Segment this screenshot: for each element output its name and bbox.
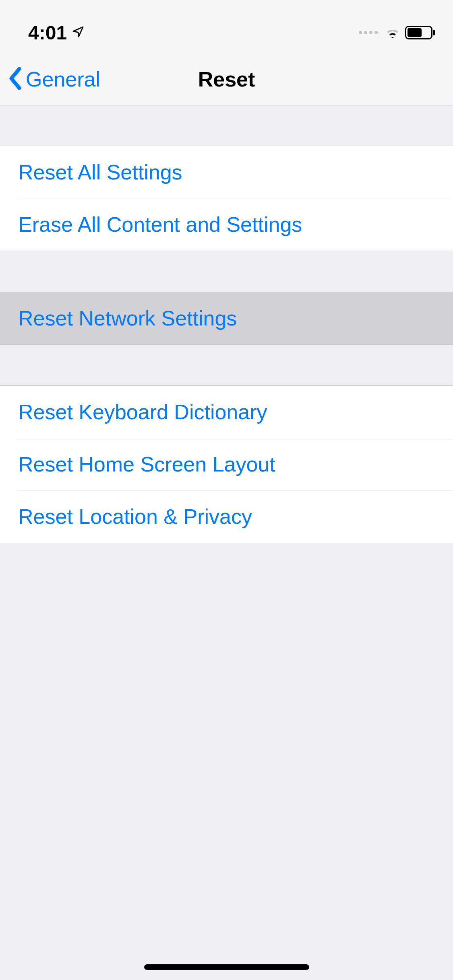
back-button[interactable]: General [0,66,100,92]
list-item-label: Reset Network Settings [18,306,237,330]
reset-home-screen-layout-button[interactable]: Reset Home Screen Layout [0,438,453,490]
reset-keyboard-dictionary-button[interactable]: Reset Keyboard Dictionary [0,386,453,438]
reset-group-1: Reset All Settings Erase All Content and… [0,146,453,251]
list-item-label: Reset Location & Privacy [18,504,252,529]
location-icon [71,25,85,40]
cellular-signal-icon [359,31,378,34]
reset-network-settings-button[interactable]: Reset Network Settings [0,292,453,344]
list-item-label: Reset All Settings [18,160,182,184]
reset-group-3: Reset Keyboard Dictionary Reset Home Scr… [0,385,453,543]
reset-group-2: Reset Network Settings [0,292,453,345]
chevron-left-icon [8,66,23,92]
back-label: General [26,67,100,91]
list-item-label: Erase All Content and Settings [18,212,302,237]
reset-all-settings-button[interactable]: Reset All Settings [0,146,453,198]
home-indicator[interactable] [144,964,309,970]
navigation-bar: General Reset [0,53,453,105]
content: Reset All Settings Erase All Content and… [0,105,453,543]
status-bar: 4:01 [0,0,453,53]
list-item-label: Reset Keyboard Dictionary [18,400,267,424]
page-title: Reset [198,67,255,91]
erase-all-content-button[interactable]: Erase All Content and Settings [0,198,453,251]
wifi-icon [384,25,401,40]
section-spacer [0,345,453,385]
section-spacer [0,251,453,292]
list-item-label: Reset Home Screen Layout [18,452,275,476]
status-time: 4:01 [28,22,67,44]
status-left: 4:01 [28,22,85,44]
battery-icon [405,26,435,39]
section-spacer [0,105,453,146]
status-right [359,25,435,40]
reset-location-privacy-button[interactable]: Reset Location & Privacy [0,490,453,543]
